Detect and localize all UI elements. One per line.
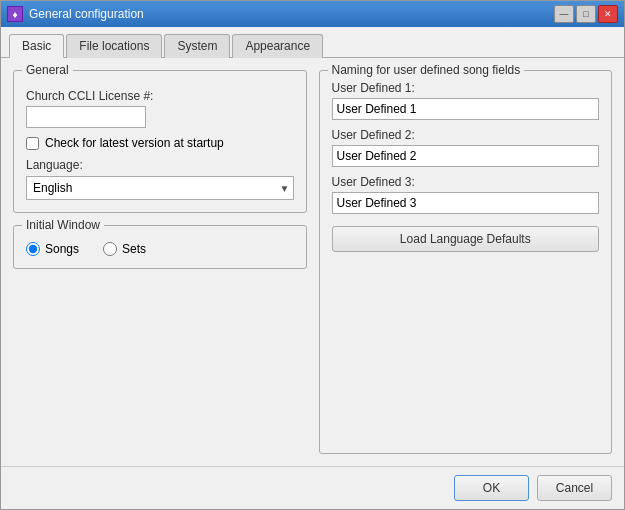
close-button[interactable]: ✕ [598,5,618,23]
radio-songs-row: Songs [26,242,79,256]
ccli-label: Church CCLI License #: [26,89,294,103]
tab-appearance[interactable]: Appearance [232,34,323,58]
titlebar-left: ♦ General configuration [7,6,144,22]
user2-field: User Defined 2: [332,128,600,167]
naming-group: Naming for user defined song fields User… [319,70,613,454]
ccli-input[interactable] [26,106,146,128]
tab-file-locations[interactable]: File locations [66,34,162,58]
check-startup-label: Check for latest version at startup [45,136,224,150]
content-area: General Church CCLI License #: Check for… [1,58,624,466]
window-title: General configuration [29,7,144,21]
maximize-button[interactable]: □ [576,5,596,23]
user1-field: User Defined 1: [332,81,600,120]
initial-window-group: Initial Window Songs Sets [13,225,307,269]
user1-input[interactable] [332,98,600,120]
general-group-title: General [22,63,73,77]
language-select-wrapper: English French German Spanish ▼ [26,176,294,200]
radio-sets-label: Sets [122,242,146,256]
general-group: General Church CCLI License #: Check for… [13,70,307,213]
left-panel: General Church CCLI License #: Check for… [13,70,307,454]
app-icon: ♦ [7,6,23,22]
user1-label: User Defined 1: [332,81,600,95]
radio-songs[interactable] [26,242,40,256]
check-startup-row: Check for latest version at startup [26,136,294,150]
radio-sets[interactable] [103,242,117,256]
right-panel: Naming for user defined song fields User… [319,70,613,454]
radio-sets-row: Sets [103,242,146,256]
titlebar-buttons: — □ ✕ [554,5,618,23]
user3-label: User Defined 3: [332,175,600,189]
user2-label: User Defined 2: [332,128,600,142]
check-startup-checkbox[interactable] [26,137,39,150]
initial-window-title: Initial Window [22,218,104,232]
tab-bar: Basic File locations System Appearance [1,27,624,58]
titlebar: ♦ General configuration — □ ✕ [1,1,624,27]
window: ♦ General configuration — □ ✕ Basic File… [0,0,625,510]
ok-button[interactable]: OK [454,475,529,501]
radio-group: Songs Sets [26,242,294,256]
tab-basic[interactable]: Basic [9,34,64,58]
footer: OK Cancel [1,466,624,509]
cancel-button[interactable]: Cancel [537,475,612,501]
user2-input[interactable] [332,145,600,167]
language-label: Language: [26,158,294,172]
user3-input[interactable] [332,192,600,214]
naming-group-title: Naming for user defined song fields [328,63,525,77]
minimize-button[interactable]: — [554,5,574,23]
user3-field: User Defined 3: [332,175,600,214]
language-select[interactable]: English French German Spanish [26,176,294,200]
load-language-defaults-button[interactable]: Load Language Defaults [332,226,600,252]
radio-songs-label: Songs [45,242,79,256]
tab-system[interactable]: System [164,34,230,58]
